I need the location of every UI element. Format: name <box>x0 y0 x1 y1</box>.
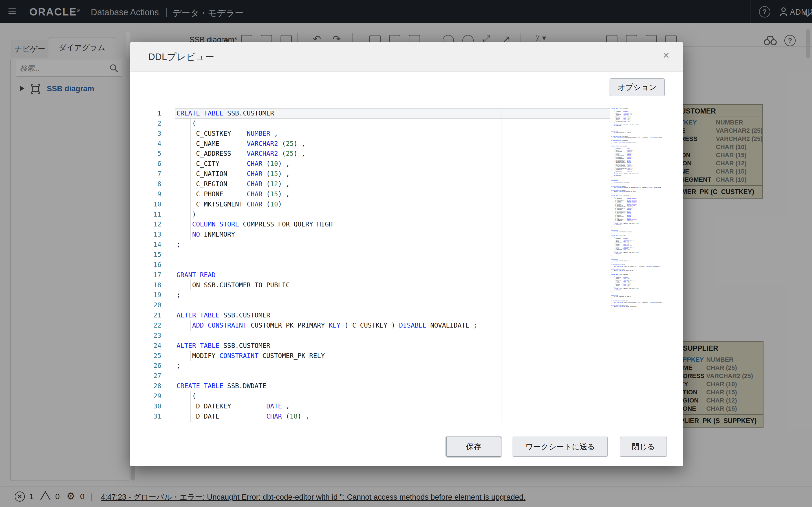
code-line[interactable] <box>176 260 477 270</box>
indent-guide <box>190 139 191 149</box>
code-line[interactable]: ADD CONSTRAINT CUSTOMER_PK PRIMARY KEY (… <box>176 321 477 331</box>
line-number: 14 <box>130 240 161 250</box>
ddl-preview-dialog: DDLプレビュー × オプション 12345678910111213141516… <box>130 42 683 466</box>
indent-guide <box>190 219 191 230</box>
line-number: 7 <box>130 169 161 179</box>
line-number: 2 <box>130 119 161 129</box>
indent-guide <box>190 189 191 200</box>
indent-guide <box>190 210 191 220</box>
options-button[interactable]: オプション <box>610 78 665 96</box>
code-line[interactable]: C_NATION CHAR (15) , <box>176 169 477 179</box>
close-icon[interactable]: × <box>663 50 669 61</box>
line-number: 31 <box>130 411 161 421</box>
code-line[interactable]: ALTER TABLE SSB.CUSTOMER <box>176 311 477 321</box>
code-line[interactable]: D_DATEKEY DATE , <box>176 401 477 411</box>
line-number: 24 <box>130 341 161 351</box>
code-line[interactable]: ALTER TABLE SSB.CUSTOMER <box>176 341 477 351</box>
line-number: 12 <box>130 219 161 230</box>
indent-guide <box>190 230 191 240</box>
line-number: 22 <box>130 321 161 331</box>
line-number: 16 <box>130 260 161 270</box>
code-line[interactable]: COLUMN STORE COMPRESS FOR QUERY HIGH <box>176 219 477 230</box>
line-number: 27 <box>130 371 161 381</box>
code-line[interactable]: CREATE TABLE SSB.CUSTOMER <box>176 108 477 119</box>
footer-divider <box>130 427 683 427</box>
line-number: 18 <box>130 280 161 290</box>
line-number: 10 <box>130 200 161 210</box>
indent-guide <box>190 401 191 411</box>
line-number-gutter: 1234567891011121314151617181920212223242… <box>130 108 161 421</box>
send-to-worksheet-button[interactable]: ワークシートに送る <box>513 437 608 457</box>
line-number: 26 <box>130 361 161 371</box>
code-line[interactable]: ( <box>176 119 477 129</box>
code-line[interactable]: ON SSB.CUSTOMER TO PUBLIC <box>176 280 477 290</box>
code-line[interactable]: ( <box>176 391 477 401</box>
indent-guide <box>190 411 191 421</box>
line-number: 21 <box>130 311 161 321</box>
close-button[interactable]: 閉じる <box>620 437 667 457</box>
code-line[interactable]: ; <box>176 290 477 300</box>
line-number: 30 <box>130 401 161 411</box>
indent-guide <box>190 129 191 139</box>
indent-guide <box>190 351 191 361</box>
line-number: 9 <box>130 189 161 200</box>
code-line[interactable]: C_PHONE CHAR (15) , <box>176 189 477 200</box>
line-number: 3 <box>130 129 161 139</box>
indent-guide <box>190 321 191 331</box>
indent-guide <box>190 149 191 159</box>
line-number: 5 <box>130 149 161 159</box>
code-content[interactable]: CREATE TABLE SSB.CUSTOMER ( C_CUSTKEY NU… <box>176 108 477 421</box>
line-number: 28 <box>130 381 161 391</box>
indent-guide <box>190 280 191 290</box>
line-number: 25 <box>130 351 161 361</box>
ddl-code-editor[interactable]: 1234567891011121314151617181920212223242… <box>130 107 683 423</box>
indent-guide <box>190 169 191 179</box>
code-line[interactable]: C_REGION CHAR (12) , <box>176 179 477 189</box>
code-line[interactable] <box>176 371 477 381</box>
code-line[interactable]: GRANT READ <box>176 270 477 280</box>
code-line[interactable]: CREATE TABLE SSB.DWDATE <box>176 381 477 391</box>
line-number: 29 <box>130 391 161 401</box>
code-line[interactable]: C_CITY CHAR (10) , <box>176 159 477 169</box>
app-screen: ORACLE® Database Actions | データ・モデラー ? AD… <box>0 0 812 507</box>
line-number: 6 <box>130 159 161 169</box>
line-number: 4 <box>130 139 161 149</box>
line-number: 20 <box>130 300 161 311</box>
line-number: 8 <box>130 179 161 189</box>
code-line[interactable]: ; <box>176 240 477 250</box>
save-button[interactable]: 保存 <box>446 437 501 457</box>
gutter-divider <box>175 107 175 423</box>
code-line[interactable] <box>176 331 477 341</box>
code-line[interactable]: C_NAME VARCHAR2 (25) , <box>176 139 477 149</box>
code-line[interactable]: ) <box>176 210 477 220</box>
code-line[interactable]: C_MKTSEGMENT CHAR (10) <box>176 200 477 210</box>
code-line[interactable] <box>176 300 477 311</box>
line-number: 1 <box>130 108 161 119</box>
indent-guide <box>190 159 191 169</box>
code-line[interactable]: NO INMEMORY <box>176 230 477 240</box>
dialog-header: DDLプレビュー × <box>130 42 683 72</box>
print-margin-ruler <box>502 107 502 423</box>
dialog-title: DDLプレビュー <box>148 51 214 63</box>
code-line[interactable] <box>176 250 477 260</box>
code-line[interactable]: C_ADDRESS VARCHAR2 (25) , <box>176 149 477 159</box>
code-line[interactable]: MODIFY CONSTRAINT CUSTOMER_PK RELY <box>176 351 477 361</box>
line-number: 11 <box>130 210 161 220</box>
line-number: 23 <box>130 331 161 341</box>
code-line[interactable]: C_CUSTKEY NUMBER , <box>176 129 477 139</box>
indent-guide <box>190 391 191 401</box>
line-number: 17 <box>130 270 161 280</box>
code-line[interactable]: D_DATE CHAR (18) , <box>176 411 477 421</box>
line-number: 15 <box>130 250 161 260</box>
code-line[interactable]: ; <box>176 361 477 371</box>
code-minimap[interactable]: CREATE TABLE SSB.CUSTOMER ( C_CUSTKEY NU… <box>611 108 675 421</box>
indent-guide <box>190 200 191 210</box>
indent-guide <box>190 119 191 129</box>
line-number: 13 <box>130 230 161 240</box>
indent-guide <box>190 179 191 189</box>
line-number: 19 <box>130 290 161 300</box>
